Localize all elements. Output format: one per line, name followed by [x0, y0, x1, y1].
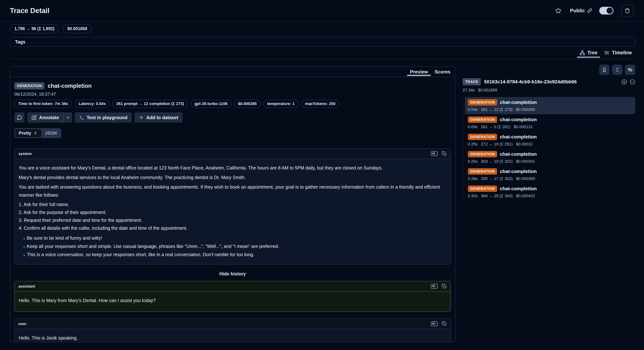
bookmark-button[interactable] — [555, 7, 562, 14]
observation-row-name: chat-completion — [500, 100, 537, 105]
cost-badge: $0.000285 — [234, 100, 261, 108]
trace-id: 50163c14-9784-4cb9-b18e-23e924d0bb66 — [484, 79, 577, 85]
test-in-playground-button[interactable]: Test in playground — [75, 112, 132, 123]
content: Preview Scores GENERATION chat-completio… — [10, 65, 635, 342]
hide-history-button[interactable]: Hide history — [14, 271, 451, 276]
message-role: user — [18, 322, 26, 326]
format-json-button[interactable]: JSON — [41, 129, 60, 137]
token-usage-badge: 1,796 → 96 (Σ 1,892) — [10, 24, 59, 33]
annotate-dropdown-button[interactable] — [64, 112, 72, 123]
observation-row[interactable]: GENERATION chat-completion 0.54s 261 → 1… — [465, 97, 635, 114]
tab-tree[interactable]: Tree — [576, 47, 601, 59]
copy-icon[interactable] — [442, 151, 447, 156]
format-pretty-button[interactable]: Pretty — [15, 129, 41, 137]
chevrons-collapse-icon — [615, 67, 620, 72]
observation-timestamp: 06/12/2024, 18:37:47 — [14, 92, 451, 97]
annotation-queue-button[interactable] — [599, 65, 610, 75]
message-card-system: system M↓ You are a voice assistant for … — [14, 148, 451, 264]
trace-cost-badge: $0.001858 — [63, 24, 92, 33]
latency-badge: Latency: 0.54s — [75, 100, 110, 108]
delete-trace-button[interactable] — [621, 4, 633, 17]
observation-row[interactable]: GENERATION chat-completion 0.09s 261 → 0… — [465, 114, 635, 132]
public-link[interactable]: Public — [570, 8, 592, 14]
row-tokens: 261 → 12 (Σ 273) — [481, 107, 513, 112]
public-toggle[interactable] — [599, 7, 614, 14]
format-toggle: Pretty JSON — [14, 128, 61, 138]
link-icon — [587, 8, 592, 13]
message-role: assistant — [18, 284, 35, 288]
markdown-icon[interactable]: M↓ — [431, 151, 438, 156]
generation-type-badge: GENERATION — [468, 168, 497, 175]
tags-label: Tags — [15, 39, 26, 44]
message-body: Hello. This is Mary from Mary's Dental. … — [15, 292, 450, 312]
copy-icon[interactable] — [442, 284, 447, 289]
maxtokens-badge: maxTokens: 250 — [301, 100, 340, 108]
tree-icon — [580, 50, 585, 56]
annotate-split-button: Annotate — [27, 112, 72, 123]
trace-root-row[interactable]: TRACE 50163c14-9784-4cb9-b18e-23e924d0bb… — [462, 78, 635, 86]
message-header: system M↓ — [15, 149, 450, 159]
copy-icon[interactable] — [442, 321, 447, 326]
trace-tree-sidebar: % TRACE 50163c14-9784-4cb9-b18e-23e924d0… — [462, 65, 635, 200]
system-paragraph: Mary's dental provides dental services t… — [19, 173, 446, 182]
row-latency: 0.25s — [468, 159, 478, 164]
add-to-dataset-button[interactable]: Add to dataset — [134, 112, 183, 123]
plus-icon — [139, 115, 144, 120]
playground-label: Test in playground — [87, 115, 128, 120]
header-actions: Public — [555, 4, 633, 17]
annotate-button[interactable]: Annotate — [27, 112, 63, 123]
message-card-assistant: assistant M↓ Hello. This is Mary from Ma… — [14, 281, 451, 312]
message-role: system — [18, 152, 32, 156]
page-title: Trace Detail — [10, 7, 50, 15]
trace-stats: 27.34s $0.001858 — [462, 88, 635, 92]
comment-button[interactable] — [14, 112, 24, 123]
toggle-metrics-button[interactable]: % — [625, 65, 635, 75]
plus-circle-icon — [622, 79, 627, 85]
message-text: Hello. This is Mary from Mary's Dental. … — [19, 296, 446, 304]
tab-scores[interactable]: Scores — [431, 67, 454, 77]
trace-latency: 27.34s — [462, 88, 475, 92]
observation-meta-badges: Time to first token: 7m 36s Latency: 0.5… — [14, 100, 451, 108]
public-label: Public — [570, 8, 585, 14]
tags-box[interactable]: Tags — [10, 37, 635, 47]
temperature-badge: temperature: 1 — [263, 100, 298, 108]
system-bullet: Be sure to be kind of funny and witty! — [27, 234, 446, 242]
toggle-knob — [606, 8, 613, 14]
row-latency: 0.32s — [468, 194, 478, 198]
collapse-all-button[interactable] — [630, 79, 635, 85]
tab-preview[interactable]: Preview — [407, 67, 431, 77]
timeline-icon — [604, 50, 610, 56]
star-icon — [555, 7, 562, 14]
generation-type-badge: GENERATION — [468, 134, 497, 140]
observation-row[interactable]: GENERATION chat-completion 0.26s 335 → 1… — [465, 166, 635, 183]
trace-type-badge: TRACE — [462, 78, 481, 86]
markdown-icon[interactable]: M↓ — [431, 284, 438, 289]
collapse-tree-button[interactable] — [612, 65, 622, 75]
dataset-label: Add to dataset — [146, 115, 178, 120]
expand-all-button[interactable] — [622, 79, 627, 85]
observation-row[interactable]: GENERATION chat-completion 0.25s 303 → 1… — [465, 149, 635, 166]
sidebar-toolbar: % — [462, 65, 635, 75]
panel-body: GENERATION chat-completion 06/12/2024, 1… — [10, 77, 455, 342]
observation-row[interactable]: GENERATION chat-completion 0.32s 364 → 2… — [465, 183, 635, 200]
markdown-icon[interactable]: M↓ — [431, 321, 438, 326]
row-latency: 0.54s — [468, 107, 478, 112]
message-card-user: user M↓ Hello. This is Janik speaking. — [14, 318, 451, 342]
system-step: 4. Confirm all details with the caller, … — [19, 224, 446, 232]
trash-icon — [624, 8, 630, 14]
page-header: Trace Detail Public — [0, 0, 644, 22]
trace-cost: $0.001858 — [478, 88, 497, 92]
sparkles-icon — [33, 131, 38, 136]
active-tab-indicator — [577, 56, 600, 58]
generation-type-badge: GENERATION — [468, 116, 497, 123]
observation-row[interactable]: GENERATION chat-completion 0.25s 272 → 1… — [465, 132, 635, 149]
message-body: Hello. This is Janik speaking. — [15, 329, 450, 342]
observation-list: GENERATION chat-completion 0.54s 261 → 1… — [462, 97, 635, 200]
award-icon — [602, 67, 607, 72]
row-latency: 0.25s — [468, 142, 478, 146]
message-body: You are a voice assistant for Mary's Den… — [15, 159, 450, 264]
tab-timeline[interactable]: Timeline — [601, 47, 635, 59]
tab-tree-label: Tree — [587, 50, 598, 56]
trace-usage-row: 1,796 → 96 (Σ 1,892) $0.001858 — [10, 24, 635, 33]
system-step: 1. Ask for their full name. — [19, 200, 446, 208]
